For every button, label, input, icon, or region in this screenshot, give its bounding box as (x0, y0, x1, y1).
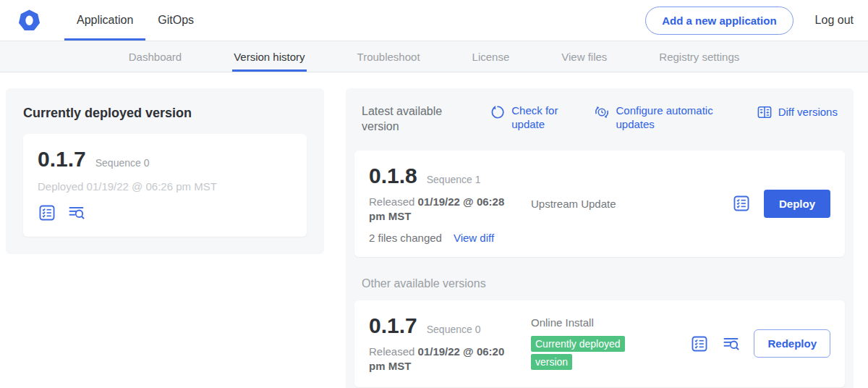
topnav-right: Add a new application Log out (645, 0, 854, 41)
subnav-item-license[interactable]: License (471, 41, 511, 72)
tab-application-label: Application (77, 14, 133, 27)
released-label: Released (369, 345, 414, 358)
available-versions-panel: Latest available version Check for updat… (346, 88, 854, 388)
other-version-row: 0.1.7 Sequence 0 (369, 313, 527, 338)
logout-link[interactable]: Log out (815, 14, 854, 27)
available-versions-header: Latest available version Check for updat… (354, 103, 845, 135)
subnav-dashboard-label: Dashboard (129, 51, 182, 63)
released-label: Released (369, 195, 414, 208)
deploy-button[interactable]: Deploy (764, 190, 830, 218)
currently-deployed-title: Currently deployed version (23, 106, 307, 121)
redeploy-button[interactable]: Redeploy (754, 329, 830, 358)
subnav-item-view-files[interactable]: View files (560, 41, 608, 72)
currently-deployed-badge: Currently deployed version (531, 336, 625, 370)
latest-version-number: 0.1.8 (369, 164, 417, 188)
check-for-update-label: Check for update (511, 104, 563, 132)
other-available-versions-title: Other available versions (362, 277, 838, 290)
deploy-logs-icon[interactable] (722, 334, 741, 353)
tab-application[interactable]: Application (64, 0, 145, 41)
app-sub-nav: Dashboard Version history Troubleshoot L… (0, 41, 868, 72)
deployed-actions-row (38, 203, 292, 222)
files-changed-label: 2 files changed (369, 232, 442, 244)
topnav-spacer (206, 0, 645, 41)
subnav-license-label: License (472, 51, 510, 63)
subnav-item-troubleshoot[interactable]: Troubleshoot (356, 41, 422, 72)
add-new-application-button[interactable]: Add a new application (645, 7, 793, 35)
subnav-view-files-label: View files (561, 51, 607, 63)
latest-version-source: Upstream Update (527, 198, 732, 210)
diff-versions-label: Diff versions (778, 106, 838, 119)
app-logo[interactable] (12, 0, 64, 41)
other-sequence-label: Sequence 0 (427, 324, 481, 335)
deployed-sequence-label: Sequence 0 (95, 157, 150, 169)
deploy-logs-icon[interactable] (67, 203, 86, 222)
configure-automatic-updates-link[interactable]: Configure automatic updates (594, 104, 726, 132)
view-diff-link[interactable]: View diff (454, 232, 494, 244)
main-content: Currently deployed version 0.1.7 Sequenc… (0, 72, 868, 388)
diff-versions-link[interactable]: Diff versions (757, 104, 838, 120)
preflight-checks-icon[interactable] (732, 194, 751, 213)
subnav-troubleshoot-label: Troubleshoot (357, 51, 420, 63)
subnav-item-dashboard[interactable]: Dashboard (127, 41, 183, 72)
tab-gitops-label: GitOps (158, 14, 194, 27)
check-for-update-link[interactable]: Check for update (490, 104, 563, 132)
tab-gitops[interactable]: GitOps (145, 0, 206, 41)
latest-version-actions: Deploy (732, 190, 830, 218)
other-version-number: 0.1.7 (369, 313, 417, 338)
configure-automatic-updates-label: Configure automatic updates (616, 104, 726, 132)
other-version-info: 0.1.7 Sequence 0 Released 01/19/22 @ 06:… (369, 313, 527, 374)
subnav-item-registry-settings[interactable]: Registry settings (658, 41, 741, 72)
other-version-source: Online Install (531, 316, 690, 329)
top-nav: Application GitOps Add a new application… (0, 0, 868, 41)
other-version-source-block: Online Install Currently deployed versio… (527, 316, 690, 371)
currently-deployed-panel: Currently deployed version 0.1.7 Sequenc… (6, 88, 324, 254)
other-version-card: 0.1.7 Sequence 0 Released 01/19/22 @ 06:… (354, 300, 845, 387)
subnav-item-version-history[interactable]: Version history (232, 41, 306, 72)
latest-version-info: 0.1.8 Sequence 1 Released 01/19/22 @ 06:… (369, 164, 527, 245)
deployed-version-card: 0.1.7 Sequence 0 Deployed 01/19/22 @ 06:… (23, 134, 307, 237)
other-released-line: Released 01/19/22 @ 06:20 pm MST (369, 345, 517, 374)
latest-version-card: 0.1.8 Sequence 1 Released 01/19/22 @ 06:… (354, 151, 845, 258)
files-changed-row: 2 files changed View diff (369, 232, 527, 244)
diff-versions-icon (757, 104, 773, 120)
check-update-icon (490, 104, 506, 120)
deployed-version-row: 0.1.7 Sequence 0 (38, 147, 292, 172)
topnav-tabs: Application GitOps (64, 0, 206, 41)
preflight-checks-icon[interactable] (38, 203, 56, 222)
subnav-registry-settings-label: Registry settings (659, 51, 739, 63)
configure-updates-clock-icon (594, 104, 610, 120)
latest-released-line: Released 01/19/22 @ 06:28 pm MST (369, 195, 517, 224)
latest-version-row: 0.1.8 Sequence 1 (369, 164, 527, 188)
latest-sequence-label: Sequence 1 (427, 174, 481, 185)
other-version-actions: Redeploy (690, 329, 830, 358)
deployed-badge-wrap: Currently deployed version (531, 335, 655, 371)
preflight-checks-icon[interactable] (690, 334, 709, 353)
kots-logo-icon (17, 9, 41, 33)
latest-available-title: Latest available version (362, 104, 459, 135)
deployed-timestamp: Deployed 01/19/22 @ 06:26 pm MST (38, 180, 292, 193)
subnav-version-history-label: Version history (234, 51, 305, 63)
deployed-version-number: 0.1.7 (38, 147, 86, 172)
